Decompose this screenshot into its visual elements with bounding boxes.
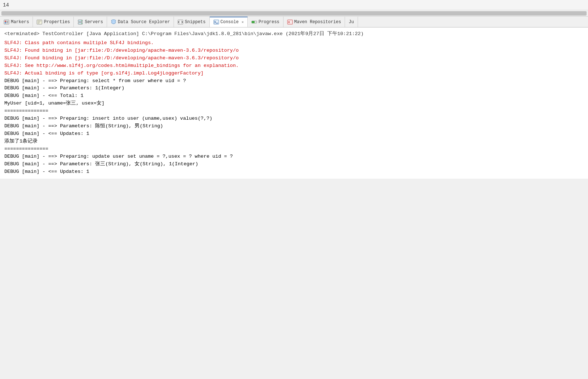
console-line: 添加了1条记录 xyxy=(4,138,584,145)
svg-rect-14 xyxy=(178,20,183,24)
line-number: 14 xyxy=(3,2,9,8)
console-line: SLF4J: Found binding in [jar:file:/D:/de… xyxy=(4,55,584,62)
svg-point-1 xyxy=(5,21,6,22)
tab-maven-label: Maven Repositories xyxy=(294,20,341,25)
svg-point-3 xyxy=(5,22,6,24)
console-line: DEBUG [main] - ==> Preparing: select * f… xyxy=(4,77,584,85)
tab-console[interactable]: Console ✕ xyxy=(210,17,248,27)
tab-servers-label: Servers xyxy=(85,20,103,25)
tab-snippets[interactable]: Snippets xyxy=(174,17,210,27)
console-icon xyxy=(213,20,219,25)
line-number-bar: 14 xyxy=(0,0,588,10)
console-line: =============== xyxy=(4,107,584,115)
tab-properties-label: Properties xyxy=(44,20,70,25)
console-line: DEBUG [main] - <== Updates: 1 xyxy=(4,130,584,138)
console-line: MyUser [uid=1, uname=张三, usex=女] xyxy=(4,100,584,107)
svg-text:M: M xyxy=(288,21,290,24)
console-lines: SLF4J: Class path contains multiple SLF4… xyxy=(4,39,584,176)
terminated-line: <terminated> TestController [Java Applic… xyxy=(4,30,584,38)
console-line: SLF4J: Found binding in [jar:file:/D:/de… xyxy=(4,47,584,55)
tab-maven[interactable]: M Maven Repositories xyxy=(284,17,345,27)
console-line: DEBUG [main] - <== Updates: 1 xyxy=(4,168,584,176)
snippets-icon xyxy=(178,20,183,25)
horizontal-scrollbar[interactable] xyxy=(0,10,588,17)
tab-progress-label: Progress xyxy=(259,20,280,25)
svg-point-11 xyxy=(81,20,82,21)
console-close-icon[interactable]: ✕ xyxy=(242,20,244,24)
properties-icon xyxy=(37,20,42,25)
console-line: DEBUG [main] - ==> Parameters: 张三(String… xyxy=(4,161,584,168)
svg-point-12 xyxy=(81,23,82,24)
tab-servers[interactable]: Servers xyxy=(74,17,107,27)
progress-icon xyxy=(251,20,257,25)
console-line: DEBUG [main] - ==> Preparing: insert int… xyxy=(4,115,584,123)
tab-markers-label: Markers xyxy=(11,20,29,25)
maven-icon: M xyxy=(287,20,293,25)
console-area: <terminated> TestController [Java Applic… xyxy=(0,27,588,179)
svg-rect-0 xyxy=(4,20,9,24)
markers-icon xyxy=(4,20,9,25)
tab-ju[interactable]: Ju xyxy=(345,17,358,27)
scrollbar-track[interactable] xyxy=(1,11,587,16)
tab-progress[interactable]: Progress xyxy=(248,17,284,27)
tab-datasource[interactable]: Data Source Explorer xyxy=(107,17,174,27)
console-line: DEBUG [main] - ==> Preparing: update use… xyxy=(4,153,584,161)
datasource-icon xyxy=(111,20,116,25)
svg-rect-15 xyxy=(214,20,219,24)
tab-markers[interactable]: Markers xyxy=(0,17,33,27)
console-line: DEBUG [main] - ==> Parameters: 陈恒(String… xyxy=(4,123,584,130)
tab-bar: Markers Properties Servers Data Source E… xyxy=(0,17,588,27)
console-line: DEBUG [main] - ==> Parameters: 1(Integer… xyxy=(4,85,584,92)
tab-console-label: Console xyxy=(221,20,239,25)
console-line: SLF4J: See http://www.slf4j.org/codes.ht… xyxy=(4,62,584,70)
console-line: SLF4J: Class path contains multiple SLF4… xyxy=(4,39,584,47)
tab-ju-label: Ju xyxy=(349,20,354,25)
svg-rect-18 xyxy=(252,21,255,23)
tab-properties[interactable]: Properties xyxy=(33,17,74,27)
tab-snippets-label: Snippets xyxy=(185,20,206,25)
console-line: DEBUG [main] - <== Total: 1 xyxy=(4,92,584,100)
scrollbar-thumb[interactable] xyxy=(2,12,586,15)
tab-datasource-label: Data Source Explorer xyxy=(118,20,170,25)
servers-icon xyxy=(77,20,83,25)
console-line: SLF4J: Actual binding is of type [org.sl… xyxy=(4,70,584,77)
console-line: =============== xyxy=(4,145,584,153)
